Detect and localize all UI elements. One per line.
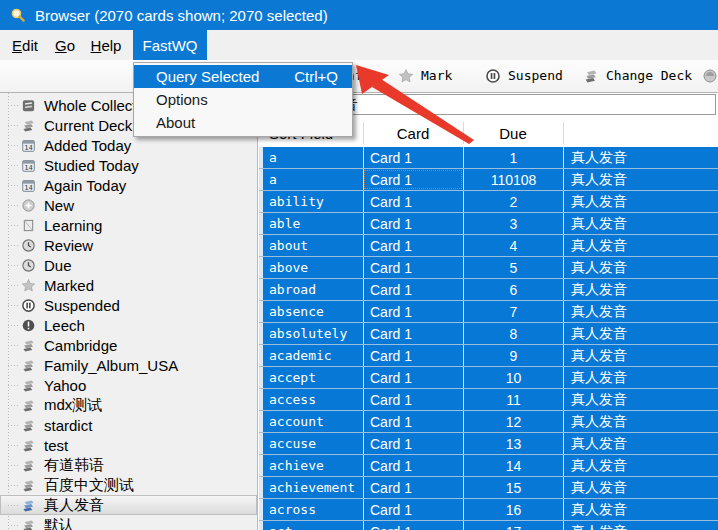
menu-item-shortcut: Ctrl+Q	[294, 68, 338, 85]
clock-icon	[21, 238, 36, 253]
cell-sort-field: achievement	[263, 477, 363, 498]
menubar-item-go[interactable]: Go	[48, 30, 82, 60]
cell-sort-field: accept	[263, 367, 363, 388]
cell-deck: 真人发音	[563, 323, 718, 344]
table-row[interactable]: actCard 117真人发音	[259, 521, 718, 530]
card-table: aCard 11真人发音aCard 1110108真人发音abilityCard…	[259, 147, 718, 530]
sidebar-item-3[interactable]: 14Studied Today	[0, 155, 257, 175]
deck-icon	[21, 118, 36, 133]
table-row[interactable]: aCard 1110108真人发音	[259, 169, 718, 191]
sidebar-item-6[interactable]: Learning	[0, 215, 257, 235]
table-row[interactable]: aboveCard 15真人发音	[259, 257, 718, 279]
tree-connector	[8, 385, 20, 386]
tree-connector	[8, 125, 20, 126]
sidebar-item-7[interactable]: Review	[0, 235, 257, 255]
cell-due: 7	[463, 301, 563, 322]
tree-connector	[8, 505, 20, 506]
toolbar-button-change-deck[interactable]: Change Deck	[583, 60, 692, 91]
tree-connector	[8, 345, 20, 346]
sidebar-item-20[interactable]: 真人发音	[0, 495, 257, 515]
toolbar-button-extra[interactable]	[702, 60, 718, 91]
sidebar-item-11[interactable]: Leech	[0, 315, 257, 335]
sidebar-item-5[interactable]: New	[0, 195, 257, 215]
menu-item-query-selected[interactable]: Query SelectedCtrl+Q	[134, 65, 352, 88]
table-row[interactable]: acrossCard 116真人发音	[259, 499, 718, 521]
toolbar-button-suspend[interactable]: Suspend	[485, 60, 563, 91]
sidebar-item-18[interactable]: 有道韩语	[0, 455, 257, 475]
cell-sort-field: about	[263, 235, 363, 256]
menu-item-options[interactable]: Options	[134, 88, 352, 111]
menu-item-label: About	[156, 114, 195, 131]
menubar-item-fastwq[interactable]: FastWQ	[133, 30, 207, 60]
cell-deck: 真人发音	[563, 477, 718, 498]
tree-connector	[8, 205, 20, 206]
sidebar: Whole CollectionCurrent Deck14Added Toda…	[0, 93, 258, 530]
tree-connector	[8, 265, 20, 266]
table-row[interactable]: achievementCard 115真人发音	[259, 477, 718, 499]
deck-icon	[21, 438, 36, 453]
sidebar-item-4[interactable]: 14Again Today	[0, 175, 257, 195]
table-row[interactable]: aboutCard 14真人发音	[259, 235, 718, 257]
sidebar-item-label: 默认	[44, 516, 74, 530]
cell-due: 6	[463, 279, 563, 300]
sidebar-item-19[interactable]: 百度中文测试	[0, 475, 257, 495]
table-row[interactable]: acceptCard 110真人发音	[259, 367, 718, 389]
svg-text:14: 14	[24, 182, 32, 191]
menu-bar: EditGoHelpFastWQ	[0, 30, 718, 60]
table-row[interactable]: aCard 11真人发音	[259, 147, 718, 169]
table-row[interactable]: abroadCard 16真人发音	[259, 279, 718, 301]
menubar-item-edit[interactable]: Edit	[6, 30, 44, 60]
sidebar-item-8[interactable]: Due	[0, 255, 257, 275]
cell-deck: 真人发音	[563, 235, 718, 256]
tree-connector	[8, 325, 20, 326]
table-row[interactable]: accountCard 112真人发音	[259, 411, 718, 433]
sidebar-item-21[interactable]: 默认	[0, 515, 257, 530]
cell-card: Card 1	[363, 389, 463, 410]
cell-card: Card 1	[363, 345, 463, 366]
sidebar-item-10[interactable]: Suspended	[0, 295, 257, 315]
cell-sort-field: achieve	[263, 455, 363, 476]
table-row[interactable]: achieveCard 114真人发音	[259, 455, 718, 477]
sidebar-item-label: New	[44, 197, 74, 214]
sidebar-item-9[interactable]: Marked	[0, 275, 257, 295]
cell-sort-field: accuse	[263, 433, 363, 454]
column-header-due[interactable]: Due	[463, 119, 563, 147]
cell-sort-field: academic	[263, 345, 363, 366]
column-header-card[interactable]: Card	[363, 119, 463, 147]
cell-card: Card 1	[363, 367, 463, 388]
header-divider	[463, 122, 464, 144]
sidebar-item-13[interactable]: Family_Album_USA	[0, 355, 257, 375]
cell-card: Card 1	[363, 411, 463, 432]
table-row[interactable]: absolutelyCard 18真人发音	[259, 323, 718, 345]
cell-sort-field: absence	[263, 301, 363, 322]
deck-icon	[21, 418, 36, 433]
sidebar-item-16[interactable]: stardict	[0, 415, 257, 435]
cell-deck: 真人发音	[563, 411, 718, 432]
title-bar: Browser (2070 cards shown; 2070 selected…	[0, 0, 718, 30]
collection-icon	[21, 98, 36, 113]
table-row[interactable]: accessCard 111真人发音	[259, 389, 718, 411]
table-row[interactable]: academicCard 19真人发音	[259, 345, 718, 367]
sidebar-item-label: Family_Album_USA	[44, 357, 178, 374]
cell-card: Card 1	[363, 323, 463, 344]
menu-item-label: Options	[156, 91, 208, 108]
cell-due: 4	[463, 235, 563, 256]
sidebar-item-12[interactable]: Cambridge	[0, 335, 257, 355]
menu-item-about[interactable]: About	[134, 111, 352, 134]
sidebar-item-17[interactable]: test	[0, 435, 257, 455]
tree-connector	[8, 165, 20, 166]
column-header-deck[interactable]	[563, 119, 718, 147]
table-row[interactable]: ableCard 13真人发音	[259, 213, 718, 235]
toolbar-button-mark[interactable]: Mark	[398, 60, 452, 91]
table-row[interactable]: accuseCard 113真人发音	[259, 433, 718, 455]
menu-item-label: Query Selected	[156, 68, 259, 85]
sidebar-item-14[interactable]: Yahoo	[0, 375, 257, 395]
sidebar-item-15[interactable]: mdx测试	[0, 395, 257, 415]
sidebar-item-2[interactable]: 14Added Today	[0, 135, 257, 155]
menubar-item-help[interactable]: Help	[84, 30, 128, 60]
table-row[interactable]: abilityCard 12真人发音	[259, 191, 718, 213]
cell-sort-field: able	[263, 213, 363, 234]
table-row[interactable]: absenceCard 17真人发音	[259, 301, 718, 323]
deck-icon	[21, 358, 36, 373]
partial-circle-icon	[702, 68, 718, 84]
